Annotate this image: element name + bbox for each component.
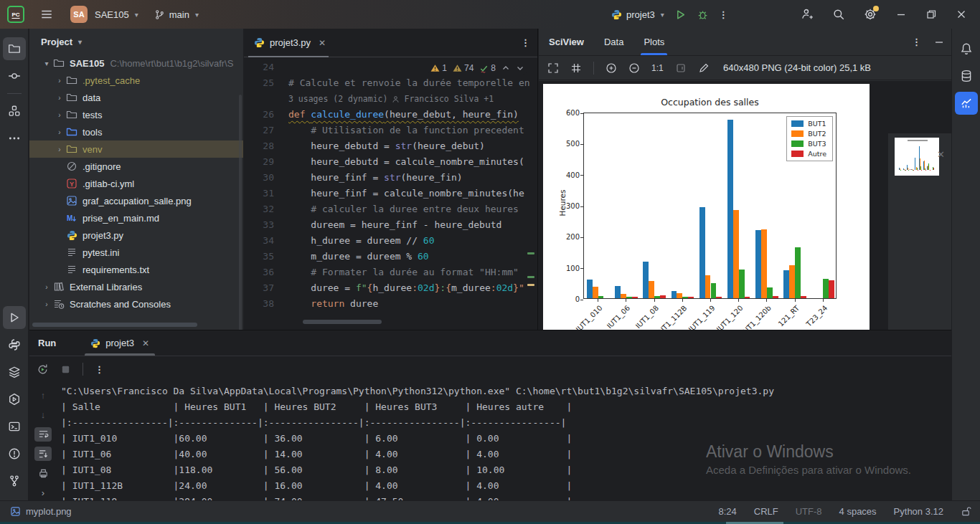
- thumbnail-close-icon[interactable]: ✕: [937, 149, 945, 160]
- tree-horizontal-scrollbar[interactable]: [32, 323, 197, 327]
- editor-tab-projet3[interactable]: projet3.py ✕: [244, 29, 333, 57]
- code-line-29[interactable]: 29 heure_debutd = calcule_nombre_minutes…: [244, 154, 537, 170]
- project-tool-icon[interactable]: [3, 37, 26, 60]
- database-tool-icon[interactable]: [955, 65, 978, 87]
- settings-gear-icon[interactable]: [864, 8, 877, 21]
- tree-item-requirements-txt[interactable]: requirements.txt: [29, 261, 243, 278]
- tree-item--pytest-cache[interactable]: ›.pytest_cache: [29, 72, 243, 89]
- run-button[interactable]: [674, 9, 687, 21]
- python-interpreter[interactable]: Python 3.12: [894, 506, 943, 517]
- console-table-row[interactable]: | IUT1_010 |60.00 | 36.00 | 6.00 | 0.00 …: [61, 431, 951, 447]
- code-line-33[interactable]: 33 dureem = heure_finf - heure_debutd: [244, 217, 537, 233]
- code-line-38[interactable]: 38 return duree: [244, 296, 537, 312]
- maximize-icon[interactable]: [925, 9, 937, 20]
- project-panel-header[interactable]: Project ▾: [29, 29, 243, 54]
- tab-close-icon[interactable]: ✕: [142, 338, 149, 348]
- console-table-row[interactable]: | IUT1_119 |294.00 | 74.00 | 47.50 | 4.0…: [61, 494, 951, 500]
- code-line-28[interactable]: 28 heure_debutd = str(heure_debut): [244, 138, 537, 154]
- code-line-31[interactable]: 31 heure_finf = calcule_nombre_minutes(h…: [244, 186, 537, 201]
- code-editor[interactable]: 2425# Calcule et renvoie la durée tempor…: [244, 58, 537, 313]
- tab-close-icon[interactable]: ✕: [319, 38, 326, 48]
- code-line-27[interactable]: 27 # Utilisation de la function preceden…: [244, 123, 537, 138]
- tree-chevron-icon[interactable]: ›: [41, 300, 52, 308]
- tree-item-projet3-py[interactable]: projet3.py: [29, 227, 243, 244]
- scroll-down-icon[interactable]: ↓: [34, 407, 52, 421]
- tree-vertical-scrollbar[interactable]: [239, 95, 242, 330]
- more-actions-kebab-icon[interactable]: ⋮: [719, 9, 728, 20]
- code-line-30[interactable]: 30 heure_finf = str(heure_fin): [244, 170, 537, 186]
- tree-chevron-icon[interactable]: ›: [54, 128, 65, 136]
- line-endings[interactable]: CRLF: [754, 506, 778, 517]
- run-tool-icon[interactable]: [3, 306, 26, 329]
- console-command-line[interactable]: "C:\Users\Francisco Da Silva\AppData\Loc…: [61, 384, 951, 399]
- structure-tool-icon[interactable]: [3, 100, 26, 123]
- code-inlay-hint[interactable]: 3 usages (2 dynamic)Francisco Silva +1: [244, 91, 537, 107]
- next-problem-icon[interactable]: [516, 64, 524, 72]
- run-config-selector[interactable]: projet3 ▾: [611, 9, 664, 20]
- caret-position[interactable]: 8:24: [718, 506, 736, 517]
- tree-chevron-icon[interactable]: ›: [54, 77, 65, 85]
- editor-horizontal-scrollbar[interactable]: [303, 320, 382, 324]
- rerun-icon[interactable]: [37, 363, 49, 376]
- code-line-25[interactable]: 25# Calcule et renvoie la durée temporel…: [244, 75, 537, 91]
- lock-open-icon[interactable]: [961, 506, 971, 517]
- tree-item-sae105[interactable]: ▾SAE105C:\home\rt\but1\b1g2\silvafr\S: [29, 54, 243, 72]
- hide-panel-icon[interactable]: [934, 37, 944, 47]
- tree-item-scratches-and-consoles[interactable]: ›Scratches and Consoles: [29, 295, 243, 313]
- project-avatar[interactable]: SA: [70, 6, 88, 23]
- console-table-row[interactable]: | Salle | Heures BUT1 | Heures BUT2 | He…: [61, 399, 951, 415]
- run-panel-title[interactable]: Run: [38, 338, 56, 348]
- scroll-to-end-icon[interactable]: [34, 447, 52, 461]
- actual-size-icon[interactable]: [675, 62, 687, 74]
- tree-chevron-icon[interactable]: ›: [41, 283, 52, 291]
- code-line-36[interactable]: 36 # Formater la durée au format "HH:mm": [244, 265, 537, 280]
- version-control-tool-icon[interactable]: [3, 470, 26, 492]
- console-table-row[interactable]: | IUT1_06 |40.00 | 14.00 | 4.00 | 4.00 |: [61, 447, 951, 462]
- soft-wrap-icon[interactable]: [34, 427, 52, 442]
- file-encoding[interactable]: UTF-8: [796, 506, 822, 517]
- python-console-tool-icon[interactable]: [3, 388, 26, 411]
- tree-item-external-libraries[interactable]: ›External Libraries: [29, 278, 243, 295]
- notifications-bell-icon[interactable]: [955, 37, 978, 60]
- code-line-34[interactable]: 34 h_duree = dureem // 60: [244, 233, 537, 249]
- python-packages-tool-icon[interactable]: [3, 333, 26, 356]
- tree-chevron-icon[interactable]: ▾: [41, 59, 52, 67]
- prev-problem-icon[interactable]: [501, 64, 510, 72]
- zoom-in-icon[interactable]: [606, 62, 617, 74]
- commit-tool-icon[interactable]: [3, 65, 26, 87]
- fit-zoom-icon[interactable]: [547, 62, 559, 74]
- debug-button[interactable]: [697, 9, 709, 21]
- code-line-32[interactable]: 32 # calculer la duree entre deux heures: [244, 201, 537, 217]
- edit-pencil-icon[interactable]: [698, 62, 710, 74]
- usages-hint[interactable]: 3 usages (2 dynamic)Francisco Silva +1: [288, 91, 494, 107]
- more-tools-icon[interactable]: [3, 127, 26, 150]
- pycharm-logo-icon[interactable]: PC: [7, 6, 24, 23]
- code-line-35[interactable]: 35 m_duree = dureem % 60: [244, 249, 537, 265]
- grid-icon[interactable]: [570, 62, 582, 74]
- tree-item-data[interactable]: ›data: [29, 89, 243, 106]
- tree-item--gitignore[interactable]: .gitignore: [29, 158, 243, 175]
- services-tool-icon[interactable]: [3, 361, 26, 384]
- run-options-kebab-icon[interactable]: ⋮: [95, 364, 104, 375]
- tree-item-graf-accupation-salle-png[interactable]: graf_accupation_salle.png: [29, 192, 243, 209]
- problems-tool-icon[interactable]: [3, 442, 26, 465]
- tree-item-prise-en-main-md[interactable]: Mprise_en_main.md: [29, 209, 243, 227]
- minimize-icon[interactable]: [895, 9, 907, 20]
- console-table-row[interactable]: | IUT1_112B |24.00 | 16.00 | 4.00 | 4.00…: [61, 478, 951, 494]
- run-tab-projet3[interactable]: projet3 ✕: [85, 330, 155, 356]
- expand-chevron-icon[interactable]: ›: [34, 486, 52, 500]
- search-icon[interactable]: [832, 8, 845, 21]
- close-icon[interactable]: [956, 9, 967, 20]
- print-icon[interactable]: [34, 466, 52, 480]
- editor-options-kebab-icon[interactable]: ⋮: [521, 37, 530, 48]
- warnings-weak[interactable]: 74: [453, 63, 473, 73]
- tree-item-tests[interactable]: ›tests: [29, 106, 243, 123]
- plot-thumbnail[interactable]: [895, 138, 939, 176]
- typos-ok[interactable]: 8: [479, 63, 496, 73]
- warnings-strong[interactable]: 1: [430, 63, 447, 73]
- inspection-widget[interactable]: 1 74 8: [428, 62, 527, 75]
- console-table-row[interactable]: |:-----------------|:--------------|:---…: [61, 415, 951, 431]
- terminal-tool-icon[interactable]: [3, 415, 26, 438]
- project-selector[interactable]: SAE105 ▾: [95, 9, 138, 20]
- branch-selector[interactable]: main ▾: [154, 9, 199, 20]
